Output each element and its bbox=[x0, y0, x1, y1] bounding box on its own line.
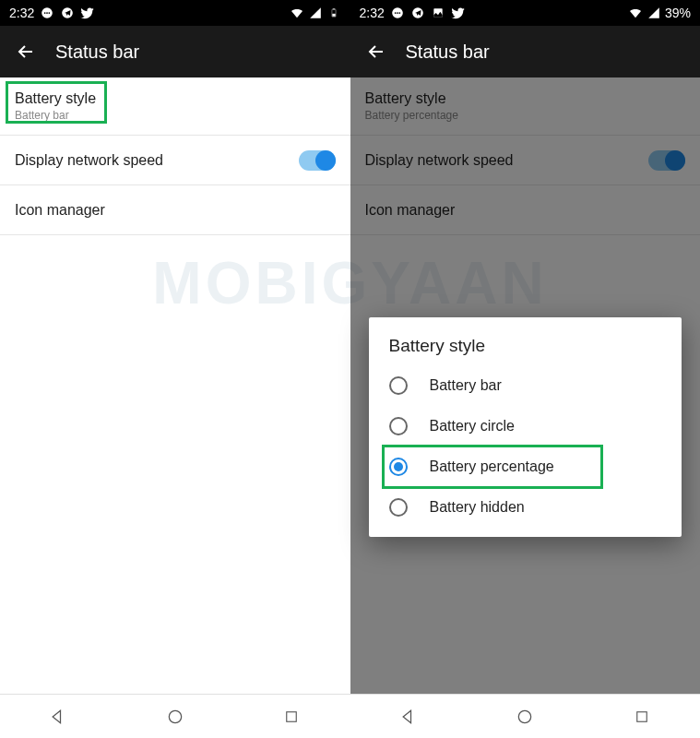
svg-point-11 bbox=[395, 12, 397, 14]
twitter-icon bbox=[451, 6, 466, 20]
nav-home-icon[interactable] bbox=[164, 706, 186, 728]
radio-icon bbox=[389, 376, 408, 395]
android-navbar bbox=[350, 694, 701, 738]
toolbar: Status bar bbox=[350, 26, 701, 77]
svg-rect-7 bbox=[332, 14, 335, 17]
twitter-icon bbox=[80, 6, 95, 20]
svg-rect-9 bbox=[287, 711, 297, 721]
statusbar-time: 2:32 bbox=[360, 6, 385, 20]
option-battery-bar[interactable]: Battery bar bbox=[369, 365, 682, 406]
option-battery-circle[interactable]: Battery circle bbox=[369, 406, 682, 446]
highlight-box-battery-style bbox=[6, 81, 107, 124]
svg-point-13 bbox=[398, 12, 400, 14]
setting-icon-manager[interactable]: Icon manager bbox=[0, 185, 350, 235]
nav-home-icon[interactable] bbox=[514, 706, 536, 728]
option-label: Battery circle bbox=[430, 418, 515, 434]
wifi-icon bbox=[628, 6, 643, 20]
nav-back-icon[interactable] bbox=[47, 706, 69, 728]
radio-icon bbox=[389, 417, 408, 435]
nav-back-icon[interactable] bbox=[397, 706, 420, 728]
battery-style-dialog: Battery style Battery bar Battery circle… bbox=[369, 317, 682, 537]
chat-icon bbox=[40, 6, 54, 20]
svg-point-8 bbox=[169, 710, 181, 722]
android-statusbar: 2:32 bbox=[0, 0, 350, 26]
dialog-title: Battery style bbox=[369, 336, 682, 365]
svg-point-16 bbox=[519, 710, 531, 722]
option-label: Battery hidden bbox=[430, 499, 525, 516]
android-statusbar: 2:32 39% bbox=[350, 0, 701, 26]
option-battery-hidden[interactable]: Battery hidden bbox=[369, 487, 682, 528]
telegram-icon bbox=[410, 6, 425, 20]
setting-title: Display network speed bbox=[15, 152, 163, 169]
android-navbar bbox=[0, 694, 350, 738]
setting-title: Icon manager bbox=[15, 202, 105, 219]
battery-icon bbox=[326, 6, 341, 20]
gallery-icon bbox=[431, 6, 445, 20]
svg-rect-17 bbox=[637, 711, 647, 721]
nav-recent-icon[interactable] bbox=[280, 706, 303, 728]
telegram-icon bbox=[60, 6, 75, 20]
phone-screen-right: 2:32 39% Status bar Battery style Batter… bbox=[350, 0, 701, 738]
signal-icon bbox=[308, 6, 323, 20]
svg-point-2 bbox=[46, 12, 48, 14]
chat-icon bbox=[390, 6, 405, 20]
highlight-box-selected-option bbox=[382, 445, 603, 489]
toggle-switch[interactable] bbox=[299, 150, 336, 171]
back-arrow-icon[interactable] bbox=[365, 41, 387, 63]
svg-point-1 bbox=[44, 12, 46, 14]
radio-icon bbox=[389, 498, 408, 517]
page-title: Status bar bbox=[406, 42, 490, 63]
battery-percentage: 39% bbox=[665, 6, 691, 20]
statusbar-time: 2:32 bbox=[9, 6, 34, 20]
settings-list: Battery style Battery bar Display networ… bbox=[0, 77, 350, 694]
option-battery-percentage[interactable]: Battery percentage bbox=[369, 446, 682, 487]
svg-rect-6 bbox=[332, 8, 335, 9]
toolbar: Status bar bbox=[0, 26, 350, 77]
wifi-icon bbox=[290, 6, 304, 20]
setting-network-speed[interactable]: Display network speed bbox=[0, 136, 350, 185]
back-arrow-icon[interactable] bbox=[15, 41, 37, 63]
nav-recent-icon[interactable] bbox=[631, 706, 653, 728]
svg-point-3 bbox=[49, 12, 51, 14]
option-label: Battery bar bbox=[430, 377, 502, 394]
settings-list: Battery style Battery percentage Display… bbox=[350, 77, 701, 694]
signal-icon bbox=[647, 6, 661, 20]
svg-point-12 bbox=[397, 12, 398, 14]
page-title: Status bar bbox=[55, 42, 139, 63]
phone-screen-left: 2:32 Status bar Battery style Battery ba… bbox=[0, 0, 350, 738]
